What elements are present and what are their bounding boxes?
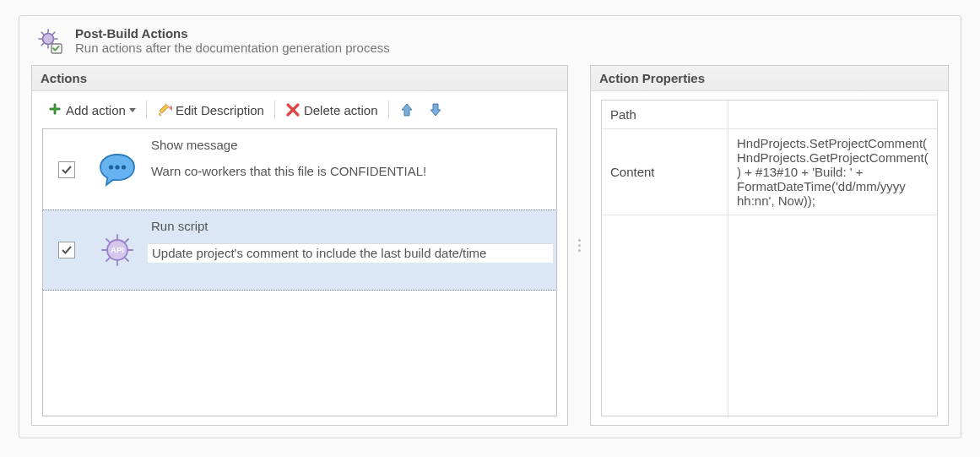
gear-check-icon xyxy=(35,26,65,57)
actions-list: Show message Warn co-workers that this f… xyxy=(42,128,557,416)
svg-point-5 xyxy=(109,165,113,169)
action-description: Update project's comment to include the … xyxy=(148,243,553,263)
action-enable-checkbox[interactable] xyxy=(58,161,75,178)
panel-subtitle: Run actions after the documentation gene… xyxy=(75,41,390,55)
properties-grid: Path Content HndProjects.SetProjectComme… xyxy=(601,100,938,416)
arrow-down-icon xyxy=(428,102,443,117)
action-row[interactable]: API Run script Update project's comment … xyxy=(42,209,557,291)
move-up-button[interactable] xyxy=(394,100,420,120)
arrow-up-icon xyxy=(399,102,414,117)
svg-point-7 xyxy=(122,165,126,169)
svg-point-6 xyxy=(115,165,119,169)
property-value[interactable] xyxy=(728,101,937,128)
speech-icon xyxy=(97,150,138,190)
svg-rect-3 xyxy=(160,104,169,113)
svg-marker-2 xyxy=(159,113,161,117)
add-action-button[interactable]: Add action xyxy=(42,100,141,120)
pencil-icon xyxy=(157,102,172,117)
properties-section-title: Action Properties xyxy=(591,66,948,91)
action-type-label: Run script xyxy=(151,219,550,233)
action-type-label: Show message xyxy=(151,138,550,152)
property-value[interactable]: HndProjects.SetProjectComment(HndProject… xyxy=(728,129,937,215)
pane-splitter[interactable] xyxy=(577,65,582,426)
action-row[interactable]: Show message Warn co-workers that this f… xyxy=(43,129,556,210)
move-down-button[interactable] xyxy=(423,100,448,120)
actions-section-title: Actions xyxy=(32,66,567,91)
delete-x-icon xyxy=(285,102,300,117)
actions-section: Actions Add action xyxy=(31,65,568,426)
api-gear-icon: API xyxy=(97,230,138,270)
property-name: Content xyxy=(602,129,728,215)
property-name: Path xyxy=(602,101,728,128)
plus-icon xyxy=(47,102,62,117)
action-enable-checkbox[interactable] xyxy=(58,242,75,258)
property-row[interactable]: Content HndProjects.SetProjectComment(Hn… xyxy=(602,129,937,215)
edit-description-button[interactable]: Edit Description xyxy=(152,100,269,120)
svg-text:API: API xyxy=(111,245,124,254)
property-row[interactable]: Path xyxy=(602,101,937,129)
panel-title: Post-Build Actions xyxy=(75,26,390,41)
svg-rect-4 xyxy=(169,106,172,110)
dropdown-caret-icon xyxy=(129,108,136,112)
panel-header: Post-Build Actions Run actions after the… xyxy=(35,26,945,57)
delete-action-button[interactable]: Delete action xyxy=(280,100,383,120)
actions-toolbar: Add action xyxy=(42,100,557,120)
properties-section: Action Properties Path Content HndProjec… xyxy=(590,65,949,426)
action-description: Warn co-workers that this file is CONFID… xyxy=(151,164,550,178)
